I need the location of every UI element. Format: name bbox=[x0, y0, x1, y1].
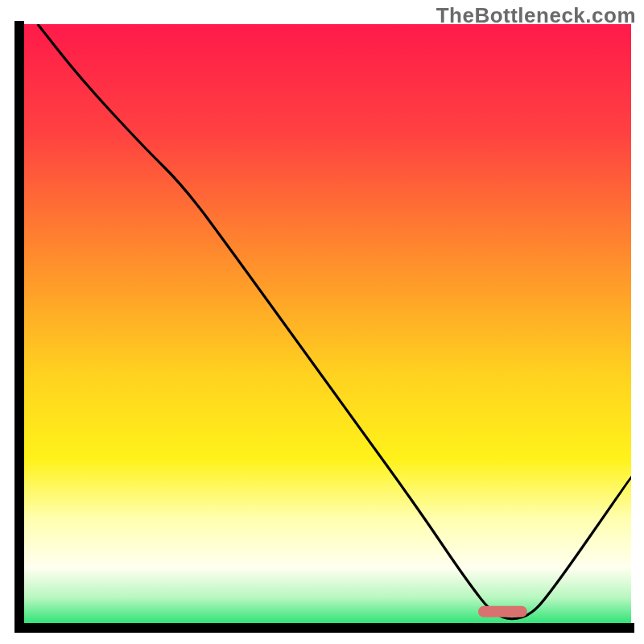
watermark-text: TheBottleneck.com bbox=[436, 3, 636, 28]
gradient-background bbox=[19, 24, 631, 628]
optimal-marker bbox=[478, 606, 527, 617]
chart-svg bbox=[0, 0, 644, 644]
bottleneck-chart: TheBottleneck.com bbox=[0, 0, 644, 644]
